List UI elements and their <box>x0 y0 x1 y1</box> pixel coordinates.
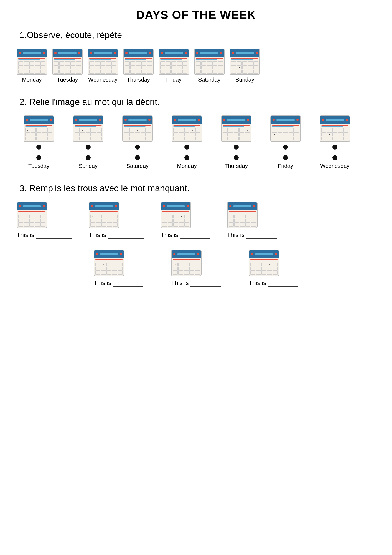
match-label-saturday: Saturday <box>126 163 149 169</box>
match-dot-bottom-2 <box>86 155 91 160</box>
match-item-3 <box>115 115 160 150</box>
day-card-thursday: Thursday <box>123 49 154 83</box>
match-dot-bottom-4 <box>184 155 189 160</box>
fill-text-4: This is <box>227 231 277 239</box>
match-dot-top-2 <box>86 145 91 150</box>
section1-grid: Monday Tuesday <box>17 49 375 83</box>
match-cal-6 <box>270 115 301 142</box>
fill-line-4[interactable] <box>246 231 277 239</box>
day-label-monday: Monday <box>22 77 42 83</box>
fill-cal-4 <box>227 202 258 228</box>
match-label-tuesday: Tuesday <box>28 163 49 169</box>
fill-line-5[interactable] <box>113 279 143 287</box>
match-dot-top-6 <box>283 145 288 150</box>
day-card-saturday: Saturday <box>194 49 225 83</box>
fill-item-7: This is <box>249 250 299 287</box>
fill-cal-5 <box>94 250 124 276</box>
fill-text-6: This is <box>171 279 221 287</box>
fill-label-7: This is <box>249 279 266 286</box>
match-cal-2 <box>73 115 103 142</box>
fill-cal-3 <box>161 202 191 228</box>
fill-cal-7 <box>249 250 279 276</box>
fill-row-1: This is This is <box>17 202 375 239</box>
day-label-friday: Friday <box>166 77 182 83</box>
fill-text-2: This is <box>89 231 144 239</box>
fill-item-2: This is <box>89 202 144 239</box>
day-label-tuesday: Tuesday <box>57 77 78 83</box>
match-label-sunday: Sunday <box>79 163 98 169</box>
fill-text-1: This is <box>17 231 72 239</box>
match-label-wednesday: Wednesday <box>320 163 349 169</box>
fill-item-4: This is <box>227 202 277 239</box>
match-item-7 <box>313 115 357 150</box>
match-bottom-6: Friday <box>263 155 308 169</box>
fill-line-1[interactable] <box>36 231 72 239</box>
section1-title: 1.Observe, écoute, répète <box>19 30 375 40</box>
fill-label-4: This is <box>227 231 245 238</box>
match-bottom-1: Tuesday <box>17 155 61 169</box>
match-bottom-row: Tuesday Sunday Saturday Monday Thursday … <box>17 155 375 169</box>
day-label-saturday: Saturday <box>198 77 220 83</box>
match-label-friday: Friday <box>278 163 293 169</box>
cal-icon-friday <box>159 49 189 75</box>
fill-label-3: This is <box>161 231 178 238</box>
match-dot-top-5 <box>234 145 239 150</box>
fill-text-3: This is <box>161 231 210 239</box>
fill-line-6[interactable] <box>190 279 221 287</box>
match-cal-1 <box>24 115 54 142</box>
match-top-row <box>17 115 375 150</box>
page-title: DAYS OF THE WEEK <box>17 8 375 22</box>
match-dot-bottom-7 <box>332 155 337 160</box>
day-label-thursday: Thursday <box>127 77 150 83</box>
fill-line-3[interactable] <box>180 231 210 239</box>
fill-label-2: This is <box>89 231 106 238</box>
match-dot-top-4 <box>184 145 189 150</box>
fill-label-5: This is <box>94 279 111 286</box>
fill-row-2: This is This is <box>17 250 375 287</box>
fill-item-1: This is <box>17 202 72 239</box>
day-card-wednesday: Wednesday <box>88 49 118 83</box>
fill-line-7[interactable] <box>268 279 298 287</box>
match-cal-5 <box>221 115 251 142</box>
match-item-6 <box>263 115 308 150</box>
section2: 2. Relie l'image au mot qui la décrit. <box>17 97 375 169</box>
match-item-2 <box>66 115 110 150</box>
match-dot-bottom-5 <box>234 155 239 160</box>
match-cal-3 <box>122 115 153 142</box>
cal-icon-saturday <box>194 49 225 75</box>
match-dot-bottom-3 <box>135 155 140 160</box>
fill-label-6: This is <box>171 279 189 286</box>
match-bottom-5: Thursday <box>214 155 258 169</box>
match-bottom-7: Wednesday <box>313 155 357 169</box>
fill-label-1: This is <box>17 231 34 238</box>
match-label-monday: Monday <box>177 163 197 169</box>
match-item-4 <box>165 115 209 150</box>
fill-item-5: This is <box>94 250 144 287</box>
section3-title: 3. Remplis les trous avec le mot manquan… <box>19 183 375 193</box>
cal-icon-monday <box>17 49 47 75</box>
match-bottom-3: Saturday <box>115 155 160 169</box>
fill-item-3: This is <box>161 202 210 239</box>
fill-cal-1 <box>17 202 47 228</box>
cal-icon-sunday <box>230 49 260 75</box>
match-cal-4 <box>172 115 202 142</box>
match-cal-7 <box>320 115 350 142</box>
day-label-wednesday: Wednesday <box>88 77 117 83</box>
match-bottom-4: Monday <box>165 155 209 169</box>
day-card-monday: Monday <box>17 49 47 83</box>
day-card-friday: Friday <box>159 49 189 83</box>
match-label-thursday: Thursday <box>225 163 248 169</box>
fill-text-7: This is <box>249 279 299 287</box>
match-dot-top-7 <box>332 145 337 150</box>
day-card-sunday: Sunday <box>230 49 260 83</box>
match-item-5 <box>214 115 258 150</box>
section2-title: 2. Relie l'image au mot qui la décrit. <box>19 97 375 107</box>
cal-icon-wednesday <box>88 49 118 75</box>
match-bottom-2: Sunday <box>66 155 110 169</box>
match-dot-bottom-1 <box>36 155 41 160</box>
day-label-sunday: Sunday <box>235 77 254 83</box>
fill-text-5: This is <box>94 279 144 287</box>
match-dot-top-3 <box>135 145 140 150</box>
match-dot-bottom-6 <box>283 155 288 160</box>
fill-line-2[interactable] <box>108 231 144 239</box>
